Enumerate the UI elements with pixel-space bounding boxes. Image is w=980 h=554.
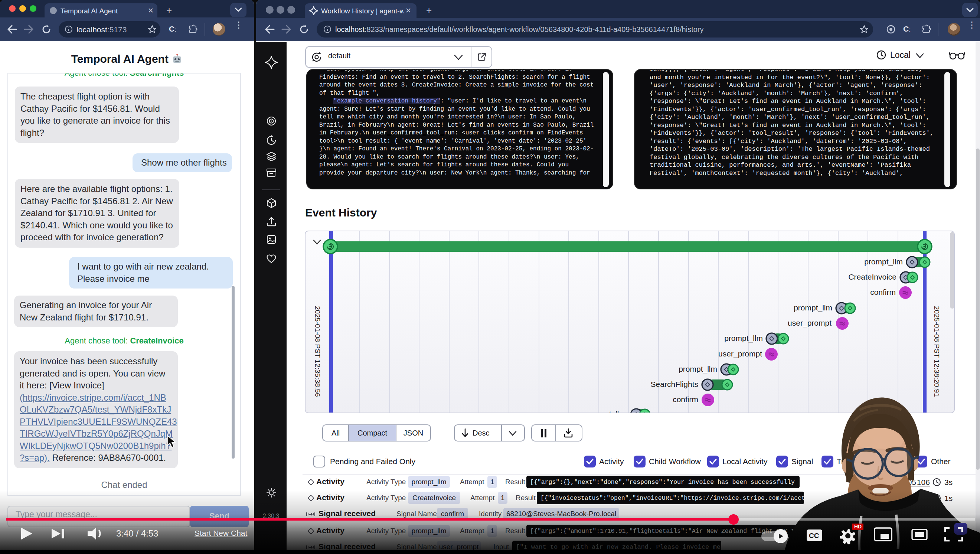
svg-text:CC: CC <box>809 532 819 540</box>
svg-text:HD: HD <box>854 524 862 530</box>
svg-text:3:40 / 4:53: 3:40 / 4:53 <box>116 529 158 538</box>
